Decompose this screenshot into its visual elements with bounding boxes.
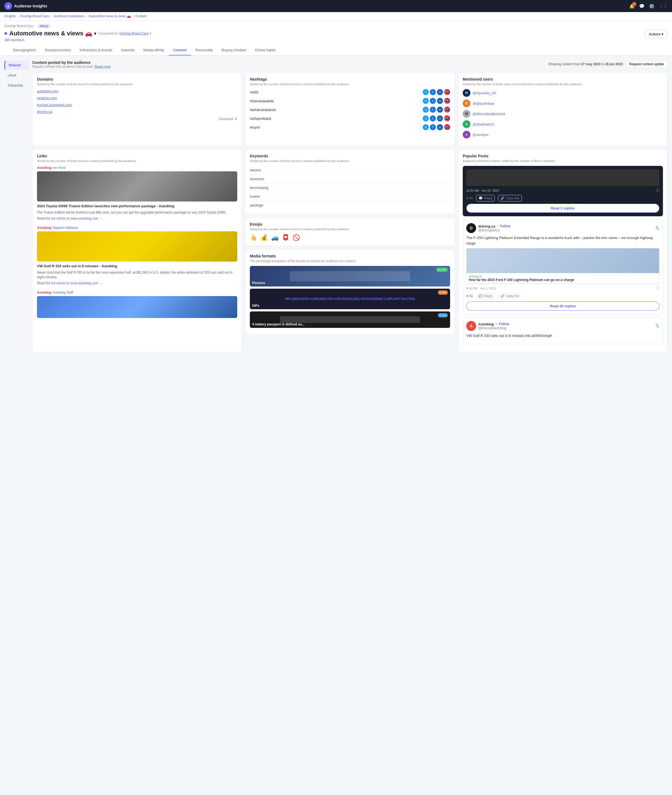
- post-preview-title-1: How far the 2023 Ford F-150 Lightning Pl…: [469, 278, 657, 282]
- user-avatar-mercedes: M: [463, 110, 470, 118]
- keyword-3: trueno: [250, 192, 450, 201]
- follow-btn-1[interactable]: Follow: [500, 224, 510, 228]
- members-count: 385 members: [5, 38, 151, 42]
- request-update-button[interactable]: Request content update: [626, 60, 667, 68]
- user-row-4: s @santiyer: [463, 131, 663, 138]
- post-author-info-1: driving.ca ✓ Follow @drivingdotca: [478, 224, 510, 232]
- post-likes-0: ♥ 83: [466, 196, 473, 200]
- user-handle-glazalinkaa[interactable]: @glazalinkaa: [472, 101, 494, 106]
- user-row-3: S @ShekharDC: [463, 120, 663, 128]
- settings-icon[interactable]: ⚙️: [649, 3, 654, 9]
- breadcrumb-overlap[interactable]: Overlap Brand Cars: [20, 14, 49, 18]
- twitter-icon: 𝕏: [423, 115, 429, 122]
- apps-icon[interactable]: ⋮⋮: [659, 3, 667, 9]
- instagram-icon: 📷: [444, 89, 450, 95]
- tab-socioeconomics[interactable]: Socioeconomics: [40, 45, 75, 55]
- breadcrumb-audience-breakdown[interactable]: Audience breakdown: [53, 14, 84, 18]
- sidebar-item-liked[interactable]: Liked: [5, 71, 29, 80]
- tab-content[interactable]: Content: [169, 45, 191, 55]
- post-preview-url-1: driving.ca: [469, 275, 657, 278]
- tab-media-affinity[interactable]: Media affinity: [139, 45, 169, 55]
- messages-icon[interactable]: 💬: [639, 3, 645, 9]
- hashtag-social-0: 𝕏 f in 📷: [423, 89, 450, 95]
- title-row: Automotive news & views 🚗 ▾ Compared to:…: [5, 30, 151, 37]
- links-title: Links: [37, 154, 237, 158]
- main-layout: Shared Liked Influential Content posted …: [0, 56, 672, 360]
- post-timestamp-1: 8:40 PM · Jun 1, 2023 ⓘ: [466, 286, 659, 290]
- post-actions-0: ♥ 83 💬 Reply 🔗 Copy link: [466, 195, 659, 202]
- post-author-name-1: driving.ca ✓ Follow: [478, 224, 510, 228]
- post-reply-btn-1[interactable]: 💬 Reply: [476, 293, 495, 299]
- compared-to-link[interactable]: Overlap Brand Cars: [120, 32, 149, 35]
- domain-driving[interactable]: driving.ca: [37, 110, 237, 114]
- content-top-bar: Content posted by the audience Popular c…: [32, 60, 667, 69]
- post-reply-btn-0[interactable]: 💬 Reply: [476, 195, 495, 202]
- pictures-bg: [250, 266, 450, 287]
- notifications-icon[interactable]: 🔔 13: [629, 3, 635, 9]
- linkedin-icon: in: [437, 124, 443, 130]
- domain-autoblog[interactable]: autoblog.com: [37, 89, 237, 93]
- title-dropdown-icon[interactable]: ▾: [94, 31, 96, 36]
- sidebar-item-shared[interactable]: Shared: [5, 60, 29, 70]
- read-more-link[interactable]: Read more: [94, 65, 111, 69]
- videos-label: A battery passport is defined as...: [252, 322, 305, 326]
- link-url-1[interactable]: Read the full article on www.autoblog.co…: [37, 281, 237, 285]
- actions-button[interactable]: Actions ▾: [645, 30, 667, 38]
- download-link[interactable]: Download ⬇: [37, 117, 237, 121]
- user-avatar-glazalinkaa: G: [463, 99, 470, 107]
- emojis-card: Emojis Sorted by the number of times fou…: [245, 217, 455, 246]
- domain-whatcar[interactable]: whatcar.com: [37, 96, 237, 100]
- link-source-author-1: Stephen Williams: [53, 226, 78, 230]
- post-handle-1: @drivingdotca: [478, 228, 510, 232]
- post-author-2: A Autoblog ✓ Follow @therealbautoblog: [466, 321, 509, 331]
- links-card: Links Sorted by the number of times foun…: [32, 149, 242, 352]
- media-format-videos: A battery passport is defined as... 4.3%: [250, 311, 450, 328]
- linkedin-icon: in: [437, 89, 443, 95]
- link-item-0: Autoblog ron Hurd 2024 Toyota GR86 Truen…: [37, 166, 237, 220]
- follow-btn-2[interactable]: Follow: [499, 322, 509, 326]
- instagram-icon: 📷: [444, 115, 450, 122]
- link-desc-1: Never mind that the Golf R 333 is by far…: [37, 270, 237, 280]
- emoji-1: 💰: [261, 234, 268, 241]
- user-handle-hyundai[interactable]: @Hyundai_UK: [472, 91, 496, 95]
- tab-personality[interactable]: Personality: [191, 45, 217, 55]
- twitter-icon: 𝕏: [423, 107, 429, 113]
- user-handle-santiyer[interactable]: @santiyer: [472, 133, 489, 137]
- link-source-author-0: ron Hurd: [53, 166, 66, 170]
- reply-icon-1: 💬: [478, 294, 483, 298]
- post-handle-2: @therealbautoblog: [478, 326, 509, 330]
- domain-autonews[interactable]: europe.autonews.com: [37, 103, 237, 107]
- link-source-name-0: Autoblog: [37, 166, 51, 170]
- user-handle-shekhar[interactable]: @ShekharDC: [472, 122, 494, 127]
- user-row-2: M @MercedesBenzInd: [463, 110, 663, 118]
- hashtag-row-1: #towcarawards 𝕏 f in 📷: [250, 98, 450, 104]
- tab-nav: Demographics Socioeconomics Influencers …: [5, 45, 667, 56]
- sidebar-item-influential[interactable]: Influential: [5, 80, 29, 90]
- tab-interests[interactable]: Interests: [117, 45, 139, 55]
- post-copy-link-btn-0[interactable]: 🔗 Copy link: [498, 195, 522, 202]
- read-replies-btn-1[interactable]: Read 35 replies: [466, 301, 659, 311]
- post-copy-link-btn-1[interactable]: 🔗 Copy link: [498, 293, 522, 299]
- emoji-3: 📮: [282, 234, 289, 241]
- links-desc: Sorted by the number of times found in c…: [37, 159, 237, 163]
- twitter-icon: 𝕏: [423, 124, 429, 130]
- link-url-0[interactable]: Read the full article on www.autoblog.co…: [37, 216, 237, 220]
- hashtags-card: Hashtags Sorted by the number of times f…: [245, 72, 455, 146]
- breadcrumb-automotive[interactable]: Automotive news & views 🚗: [88, 14, 131, 18]
- hashtag-row-3: #a3sportback 𝕏 f in 📷: [250, 115, 450, 122]
- read-replies-btn-0[interactable]: Read 3 replies: [466, 204, 659, 213]
- breadcrumb-insights[interactable]: Insights: [5, 14, 16, 18]
- post-header-1: D driving.ca ✓ Follow @drivingdotca: [466, 223, 659, 233]
- verified-icon-1: ✓: [496, 224, 499, 228]
- tab-buying-mindset[interactable]: Buying mindset: [217, 45, 250, 55]
- link-source-0: Autoblog ron Hurd: [37, 166, 237, 170]
- videos-pct: 4.3%: [438, 313, 448, 317]
- post-card-1: D driving.ca ✓ Follow @drivingdotca: [463, 220, 663, 314]
- compared-to: Compared to: Overlap Brand Cars ▾: [98, 32, 151, 35]
- tab-influencers[interactable]: Influencers & brands: [75, 45, 117, 55]
- user-handle-mercedes[interactable]: @MercedesBenzInd: [472, 112, 505, 116]
- media-formats-card: Media formats The percentage breakdown o…: [245, 249, 455, 335]
- tab-online-habits[interactable]: Online habits: [250, 45, 280, 55]
- user-avatar-hyundai: H: [463, 89, 470, 97]
- tab-demographics[interactable]: Demographics: [9, 45, 40, 55]
